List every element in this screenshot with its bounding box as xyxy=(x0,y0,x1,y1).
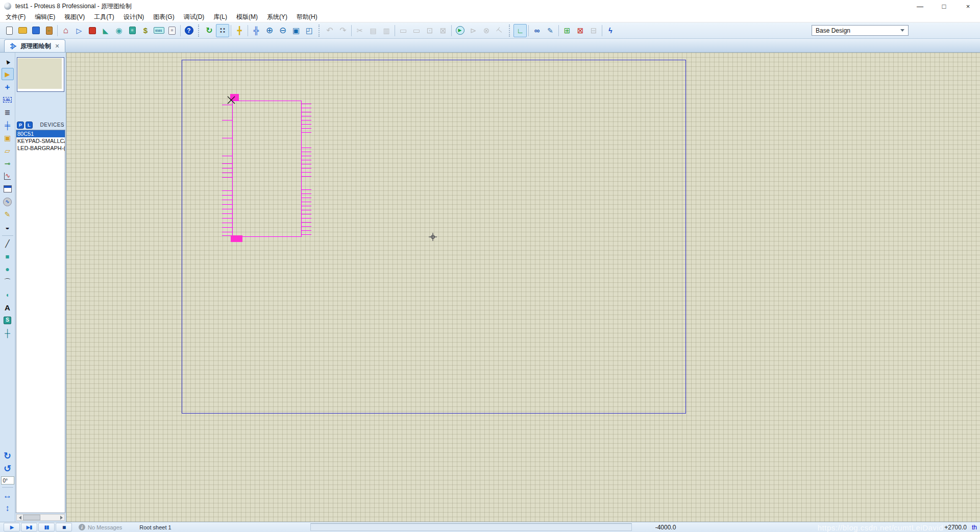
play-button[interactable]: ▶ xyxy=(4,523,20,531)
scrollbar-thumb[interactable] xyxy=(23,515,40,520)
redraw-button[interactable]: ↻ xyxy=(203,24,216,37)
3d-viewer-button[interactable]: ◣ xyxy=(99,24,112,37)
menu-item[interactable]: 工具(T) xyxy=(89,12,118,22)
menu-item[interactable]: 帮助(H) xyxy=(292,12,322,22)
pause-button[interactable]: ▮▮ xyxy=(38,523,55,531)
window-title: test1 - Proteus 8 Professional - 原理图绘制 xyxy=(15,2,132,11)
zoom-in-button[interactable]: ⊕ xyxy=(263,24,276,37)
overview-panel[interactable] xyxy=(17,57,64,92)
graph-mode-icon: ∿ xyxy=(4,173,11,180)
origin-button[interactable]: ╋ xyxy=(233,24,246,37)
close-button[interactable]: × xyxy=(956,0,980,12)
2d-circle-button[interactable]: ● xyxy=(2,263,14,275)
simulation-log-button[interactable]: 0101 xyxy=(152,24,165,37)
menu-item[interactable]: 库(L) xyxy=(209,12,232,22)
2d-box-button[interactable]: ■ xyxy=(2,250,14,262)
design-explorer-button[interactable]: ≡ xyxy=(126,24,139,37)
component-preview-80c51[interactable] xyxy=(66,53,980,522)
zoom-out-button[interactable]: ⊖ xyxy=(276,24,289,37)
rotate-anticlockwise-button[interactable]: ↺ xyxy=(2,463,14,475)
2d-symbol-button[interactable]: S xyxy=(2,314,14,326)
scroll-right-icon[interactable] xyxy=(58,515,64,520)
device-list-hscrollbar[interactable] xyxy=(16,514,65,521)
bill-of-materials-button[interactable]: $ xyxy=(139,24,152,37)
tab-close-icon[interactable]: × xyxy=(55,42,60,50)
schematic-canvas[interactable] xyxy=(66,53,980,522)
tab-schematic-capture[interactable]: 原理图绘制 × xyxy=(4,39,65,52)
2d-line-button[interactable]: ╱ xyxy=(2,237,14,250)
pcb-layout-button[interactable] xyxy=(86,24,99,37)
wire-label-mode-button[interactable]: LBL xyxy=(2,93,14,106)
maximize-button[interactable]: □ xyxy=(932,0,956,12)
step-button[interactable]: ▶▮ xyxy=(21,523,37,531)
menu-item[interactable]: 调试(D) xyxy=(179,12,209,22)
menu-item[interactable]: 图表(G) xyxy=(149,12,179,22)
design-combo[interactable]: Base Design xyxy=(812,25,909,36)
scroll-left-icon[interactable] xyxy=(17,515,23,520)
pan-button[interactable]: ╬ xyxy=(250,24,263,37)
menu-item[interactable]: 文件(F) xyxy=(1,12,30,22)
2d-path-button[interactable]: ◖ xyxy=(2,288,14,301)
copy-metafile-button: ▭ xyxy=(410,24,423,37)
junction-dot-mode-button[interactable]: + xyxy=(2,81,14,93)
import-project-button[interactable]: ← xyxy=(42,24,56,37)
text-script-mode-button[interactable]: ≣ xyxy=(2,106,14,118)
copy-button: ▤ xyxy=(366,24,380,37)
zoom-all-button[interactable]: ▣ xyxy=(289,24,303,37)
remove-sheet-button[interactable]: ⊠ xyxy=(574,24,587,37)
device-list[interactable]: 80C51KEYPAD-SMALLCALED-BARGRAPH-( xyxy=(16,130,65,513)
mirror-horizontal-button[interactable]: ↔ xyxy=(2,489,14,501)
rotation-angle-display[interactable]: 0° xyxy=(1,476,14,485)
menu-item[interactable]: 视图(V) xyxy=(60,12,89,22)
stop-button[interactable]: ■ xyxy=(56,523,72,531)
subcircuit-mode-button[interactable]: ▣ xyxy=(2,132,14,144)
buses-mode-button[interactable]: ╪ xyxy=(2,119,14,131)
rotate-clockwise-icon: ↻ xyxy=(4,451,11,461)
design-notes-icon: ≡ xyxy=(168,27,176,35)
grid-toggle-button[interactable]: ∷ xyxy=(216,24,229,37)
goto-sheet-icon: ⊟ xyxy=(591,27,597,34)
selection-mode-button[interactable]: ▲ xyxy=(2,55,14,67)
open-project-button[interactable] xyxy=(16,24,29,37)
2d-arc-button[interactable]: ⌒ xyxy=(2,276,14,288)
schematic-capture-button[interactable]: ▷ xyxy=(72,24,86,37)
device-list-item[interactable]: KEYPAD-SMALLCA xyxy=(16,137,65,144)
graph-mode-button[interactable]: ∿ xyxy=(2,170,14,182)
menu-item[interactable]: 编辑(E) xyxy=(30,12,60,22)
home-button[interactable]: ⌂ xyxy=(59,24,72,37)
menubar: 文件(F)编辑(E)视图(V)工具(T)设计(N)图表(G)调试(D)库(L)模… xyxy=(0,12,980,22)
virtual-instruments-mode-button[interactable]: ◒ xyxy=(2,221,14,233)
terminals-mode-button[interactable]: ▱ xyxy=(2,144,14,157)
save-project-button[interactable] xyxy=(29,24,42,37)
main-toolbar: ←⌂▷◣◉≡$0101≡?↻∷╋╬⊕⊖▣◰↶↷✂▤▥▭▭⊡⊠▶⊳⊗⊤∟∞✎⊞⊠⊟… xyxy=(0,22,980,39)
voltage-probe-mode-button[interactable]: ✎ xyxy=(2,208,14,221)
2d-marker-button[interactable]: ┼ xyxy=(2,327,14,339)
device-list-item[interactable]: LED-BARGRAPH-( xyxy=(16,144,65,152)
device-list-item[interactable]: 80C51 xyxy=(16,130,65,137)
help-button[interactable]: ? xyxy=(182,24,195,37)
netlist-compile-button[interactable]: ▶ xyxy=(453,24,467,37)
info-icon[interactable]: i xyxy=(79,524,85,530)
menu-item[interactable]: 模版(M) xyxy=(232,12,262,22)
search-button[interactable]: ∞ xyxy=(530,24,544,37)
menu-item[interactable]: 设计(N) xyxy=(119,12,149,22)
generator-mode-button[interactable]: ∿ xyxy=(2,196,14,208)
zoom-area-button[interactable]: ◰ xyxy=(303,24,316,37)
minimize-button[interactable]: — xyxy=(908,0,932,12)
pick-devices-button[interactable]: P xyxy=(17,122,24,129)
new-sheet-button[interactable]: ⊞ xyxy=(560,24,574,37)
new-file-button[interactable] xyxy=(3,24,16,37)
tape-recorder-mode-button[interactable] xyxy=(2,183,14,195)
library-manager-button[interactable]: L xyxy=(26,122,33,129)
component-mode-button[interactable]: ▶ xyxy=(2,68,14,80)
rotate-clockwise-button[interactable]: ↻ xyxy=(2,450,14,462)
2d-text-button[interactable]: A xyxy=(2,301,14,313)
wire-autorouter-button[interactable]: ∟ xyxy=(513,24,527,37)
property-assignment-button[interactable]: ✎ xyxy=(544,24,557,37)
erc-button[interactable]: ϟ xyxy=(604,24,617,37)
design-notes-button[interactable]: ≡ xyxy=(165,24,179,37)
gerber-viewer-button[interactable]: ◉ xyxy=(112,24,126,37)
menu-item[interactable]: 系统(Y) xyxy=(262,12,292,22)
device-pins-mode-button[interactable]: ⊸ xyxy=(2,157,14,170)
mirror-vertical-button[interactable]: ↕ xyxy=(2,502,14,514)
